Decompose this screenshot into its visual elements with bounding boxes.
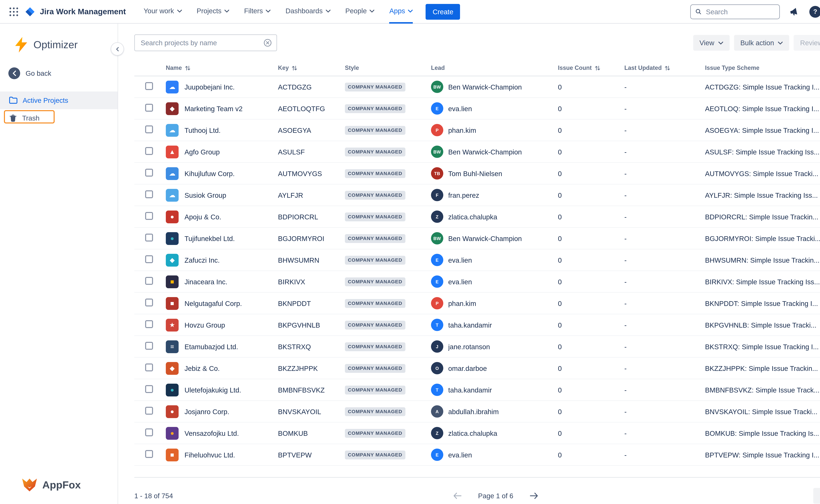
table-row[interactable]: ■ Nelgutagaful Corp. BKNPDDT COMPANY MAN… <box>134 293 820 314</box>
project-name[interactable]: Nelgutagaful Corp. <box>185 299 242 307</box>
table-row[interactable]: ☁ Tuthooj Ltd. ASOEGYA COMPANY MANAGED P… <box>134 120 820 141</box>
bulk-action-button[interactable]: Bulk action <box>734 35 789 51</box>
table-row[interactable]: ● Apoju & Co. BDPIORCRL COMPANY MANAGED … <box>134 206 820 228</box>
back-arrow-icon <box>8 67 21 80</box>
table-row[interactable]: ◆ Jebiz & Co. BKZZJHPPK COMPANY MANAGED … <box>134 358 820 379</box>
row-checkbox[interactable] <box>145 104 153 112</box>
go-back-button[interactable]: Go back <box>8 67 118 80</box>
row-checkbox[interactable] <box>145 450 153 458</box>
project-name[interactable]: Uletefojakukig Ltd. <box>185 386 241 394</box>
app-switcher-icon[interactable] <box>6 4 22 20</box>
row-checkbox[interactable] <box>145 320 153 328</box>
issue-type-scheme: BNVSKAYOIL: Simple Issue Tracki... <box>705 408 820 415</box>
row-checkbox[interactable] <box>145 363 153 371</box>
nav-item-your-work[interactable]: Your work <box>144 0 182 23</box>
table-row[interactable]: ▲ Agfo Group ASULSF COMPANY MANAGED BW B… <box>134 141 820 163</box>
announcement-icon[interactable] <box>787 5 801 19</box>
nav-item-filters[interactable]: Filters <box>244 0 271 23</box>
row-checkbox[interactable] <box>145 255 153 263</box>
table-row[interactable]: ● Vensazofojku Ltd. BOMKUB COMPANY MANAG… <box>134 423 820 444</box>
project-name[interactable]: Fiheluohvuc Ltd. <box>185 451 235 459</box>
project-name[interactable]: Tujifunekbel Ltd. <box>185 234 235 242</box>
row-checkbox[interactable] <box>145 407 153 415</box>
project-name[interactable]: Juupobejani Inc. <box>185 83 235 91</box>
project-name[interactable]: Susiok Group <box>185 191 226 199</box>
table-row[interactable]: ☁ Juupobejani Inc. ACTDGZG COMPANY MANAG… <box>134 76 820 98</box>
row-checkbox[interactable] <box>145 385 153 393</box>
review-changes-button[interactable]: Review changes <box>794 35 820 51</box>
row-checkbox[interactable] <box>145 169 153 177</box>
pagination: Page 1 of 6 <box>451 489 541 503</box>
row-checkbox[interactable] <box>145 82 153 90</box>
next-page-button[interactable] <box>527 489 541 503</box>
nav-item-apps[interactable]: Apps <box>389 0 413 23</box>
style-badge: COMPANY MANAGED <box>345 169 405 178</box>
table-row[interactable]: ■ Jinaceara Inc. BIRKIVX COMPANY MANAGED… <box>134 271 820 293</box>
row-checkbox[interactable] <box>145 428 153 436</box>
table-row[interactable]: ★ Hovzu Group BKPGVHNLB COMPANY MANAGED … <box>134 314 820 336</box>
nav-item-people[interactable]: People <box>345 0 375 23</box>
project-name[interactable]: Jinaceara Inc. <box>185 278 227 286</box>
row-checkbox[interactable] <box>145 190 153 198</box>
nav-item-dashboards[interactable]: Dashboards <box>286 0 331 23</box>
lead-name: omar.darboe <box>448 364 487 372</box>
column-header-lead: Lead <box>431 64 558 71</box>
project-name[interactable]: Tuthooj Ltd. <box>185 126 221 134</box>
column-header-issue-count[interactable]: Issue Count <box>558 64 624 71</box>
row-checkbox[interactable] <box>145 277 153 285</box>
clear-search-icon[interactable] <box>264 39 272 47</box>
row-checkbox[interactable] <box>145 299 153 306</box>
appfox-brand-name: AppFox <box>42 479 81 491</box>
sidebar-item-trash[interactable]: Trash <box>0 109 118 127</box>
table-row[interactable]: ● Uletefojakukig Ltd. BMBNFBSVKZ COMPANY… <box>134 379 820 401</box>
previous-page-button[interactable] <box>451 489 464 503</box>
table-row[interactable]: ● Josjanro Corp. BNVSKAYOIL COMPANY MANA… <box>134 401 820 423</box>
project-name[interactable]: Apoju & Co. <box>185 213 221 221</box>
appfox-logo-icon <box>21 478 38 492</box>
create-button[interactable]: Create <box>426 4 460 20</box>
column-header-key[interactable]: Key <box>278 64 345 71</box>
project-search[interactable] <box>134 34 277 51</box>
view-button[interactable]: View <box>693 35 729 51</box>
row-checkbox[interactable] <box>145 342 153 350</box>
sidebar-collapse-button[interactable] <box>111 42 124 56</box>
row-checkbox[interactable] <box>145 212 153 220</box>
table-row[interactable]: ◆ Marketing Team v2 AEOTLOQTFG COMPANY M… <box>134 98 820 120</box>
lead-name: phan.kim <box>448 299 476 307</box>
table-row[interactable]: ☁ Kihujlufuw Corp. AUTMOVYGS COMPANY MAN… <box>134 163 820 184</box>
project-name[interactable]: Agfo Group <box>185 148 220 156</box>
project-name[interactable]: Zafuczi Inc. <box>185 256 220 264</box>
row-checkbox[interactable] <box>145 234 153 242</box>
project-name[interactable]: Jebiz & Co. <box>185 364 220 372</box>
jira-logo-icon <box>25 6 35 17</box>
project-name[interactable]: Marketing Team v2 <box>185 105 243 112</box>
column-header-name[interactable]: Name <box>166 64 278 71</box>
help-icon[interactable]: ? <box>808 5 820 19</box>
nav-item-projects[interactable]: Projects <box>197 0 229 23</box>
project-search-input[interactable] <box>140 38 264 47</box>
column-header-last-updated[interactable]: Last Updated <box>624 64 705 71</box>
global-search[interactable] <box>690 4 780 19</box>
project-name[interactable]: Josjanro Corp. <box>185 408 229 415</box>
lead-avatar: Z <box>431 427 443 439</box>
table-row[interactable]: ■ Fiheluohvuc Ltd. BPTVEPW COMPANY MANAG… <box>134 444 820 466</box>
project-name[interactable]: Etamubazjod Ltd. <box>185 343 238 351</box>
project-name[interactable]: Vensazofojku Ltd. <box>185 429 239 437</box>
row-checkbox[interactable] <box>145 147 153 155</box>
sidebar-item-active-projects[interactable]: Active Projects <box>0 91 118 109</box>
project-name[interactable]: Kihujlufuw Corp. <box>185 170 235 177</box>
export-button[interactable]: Export <box>813 488 820 504</box>
sort-icon <box>664 65 671 71</box>
table-row[interactable]: ◆ Zafuczi Inc. BHWSUMRN COMPANY MANAGED … <box>134 249 820 271</box>
row-checkbox[interactable] <box>145 125 153 133</box>
jira-logo[interactable]: Jira Work Management <box>25 6 126 17</box>
table-row[interactable]: ≡ Etamubazjod Ltd. BKSTRXQ COMPANY MANAG… <box>134 336 820 358</box>
project-name[interactable]: Hovzu Group <box>185 321 225 329</box>
global-search-input[interactable] <box>705 7 775 16</box>
table-row[interactable]: ● Tujifunekbel Ltd. BGJORMYROI COMPANY M… <box>134 228 820 249</box>
sort-icon <box>184 65 191 71</box>
last-updated: - <box>624 256 705 264</box>
project-key: BKSTRXQ <box>278 343 345 351</box>
chevron-left-icon <box>115 47 120 51</box>
table-row[interactable]: ☁ Susiok Group AYLFJR COMPANY MANAGED F … <box>134 184 820 206</box>
